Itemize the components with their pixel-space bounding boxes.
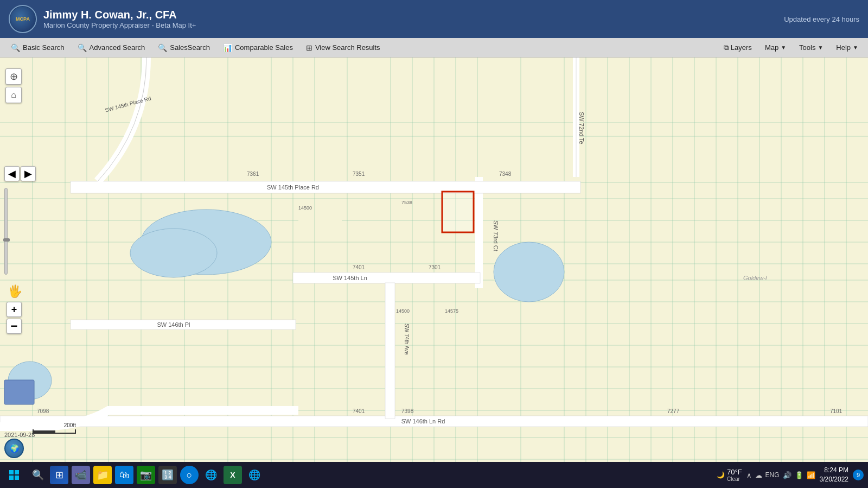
taskbar-calculator-icon[interactable]: 🔢 (158, 466, 177, 484)
battery-icon: 🔋 (795, 471, 803, 479)
toolbar-left-group: 🔍 Basic Search 🔍 Advanced Search 🔍 Sales… (4, 38, 718, 58)
help-label: Help (836, 43, 851, 52)
taskbar-widgets-icon[interactable]: ⊞ (50, 466, 68, 484)
svg-text:SW 73rd Ct: SW 73rd Ct (493, 220, 499, 251)
layers-label: Layers (731, 43, 752, 52)
taskbar-folder-icon[interactable]: 📁 (93, 466, 112, 484)
search-icon-basic: 🔍 (11, 43, 20, 52)
map-button[interactable]: Map ▼ (760, 41, 792, 54)
view-search-results-button[interactable]: ⊞ View Search Results (299, 38, 387, 58)
map-controls: ⊕ ⌂ (5, 68, 22, 103)
svg-text:SW 146th Pl: SW 146th Pl (157, 321, 190, 328)
sales-search-button[interactable]: 🔍 SalesSearch (151, 38, 216, 58)
wifi-icon: 📶 (807, 471, 815, 479)
taskbar: 🔍 ⊞ 📹 📁 🛍 📷 🔢 ○ 🌐 X 🌐 🌙 70°F Clear ∧ ☁ E… (0, 462, 868, 488)
taskbar-teams-icon[interactable]: 📹 (72, 466, 90, 484)
home-button[interactable]: ⌂ (5, 87, 22, 103)
chart-icon: 📊 (223, 43, 232, 52)
app-logo: MCPA (9, 5, 37, 33)
sales-search-label: SalesSearch (170, 43, 210, 52)
taskbar-right: 🌙 70°F Clear ∧ ☁ ENG 🔊 🔋 📶 8:24 PM 3/20/… (717, 466, 864, 484)
crosshair-button[interactable]: ⊕ (5, 68, 22, 85)
svg-text:SW 72nd Te: SW 72nd Te (578, 112, 585, 144)
prev-arrow[interactable]: ◀ (4, 166, 20, 181)
taskbar-search-button[interactable]: 🔍 (28, 465, 48, 485)
taskbar-store-icon[interactable]: 🛍 (115, 466, 133, 484)
volume-icon[interactable]: 🔊 (783, 471, 792, 479)
tools-label: Tools (799, 43, 815, 52)
view-results-label: View Search Results (315, 43, 380, 52)
svg-text:7098: 7098 (37, 408, 49, 414)
zoom-track[interactable] (4, 188, 8, 275)
map-label: Map (765, 43, 778, 52)
app-header: MCPA Jimmy H. Cowan, Jr., CFA Marion Cou… (0, 0, 868, 38)
map-container[interactable]: SW 72nd Te SW 73rd Ct SW 145th Place Rd … (0, 58, 868, 488)
weather-condition: Clear (727, 476, 742, 482)
svg-point-81 (494, 242, 564, 302)
svg-text:7351: 7351 (353, 171, 365, 177)
toolbar-right-group: ⧉ Layers Map ▼ Tools ▼ Help ▼ (718, 41, 864, 54)
svg-text:SW 145th Ln: SW 145th Ln (333, 275, 367, 281)
svg-rect-83 (4, 380, 34, 404)
svg-text:7348: 7348 (499, 171, 512, 177)
svg-text:7361: 7361 (247, 171, 259, 177)
logo-text: MCPA (16, 16, 30, 22)
svg-text:7398: 7398 (401, 408, 414, 414)
svg-point-80 (130, 229, 217, 277)
advanced-search-label: Advanced Search (90, 43, 145, 52)
advanced-search-button[interactable]: 🔍 Advanced Search (71, 38, 152, 58)
next-arrow[interactable]: ▶ (21, 166, 36, 181)
zoom-thumb[interactable] (3, 238, 10, 242)
zoom-in-button[interactable]: + (7, 302, 22, 317)
zoom-controls: + − (7, 302, 22, 334)
update-status: Updated every 24 hours (784, 15, 859, 23)
svg-text:Goldirw-l: Goldirw-l (743, 275, 767, 281)
svg-rect-57 (71, 181, 580, 193)
grid-icon: ⊞ (306, 43, 312, 52)
comparable-sales-button[interactable]: 📊 Comparable Sales (216, 38, 299, 58)
search-icon-sales: 🔍 (158, 43, 167, 52)
help-dropdown-arrow: ▼ (853, 45, 858, 50)
taskbar-time: 8:24 PM 3/20/2022 (820, 466, 848, 484)
svg-text:SW 145th Place Rd: SW 145th Place Rd (267, 184, 319, 191)
hand-cursor-indicator: 🖐 (8, 284, 22, 299)
globe-icon[interactable]: 🌍 (4, 439, 24, 458)
svg-text:7401: 7401 (353, 408, 365, 414)
svg-rect-89 (442, 192, 474, 232)
tools-dropdown-arrow: ▼ (818, 45, 823, 50)
basic-search-button[interactable]: 🔍 Basic Search (4, 38, 71, 58)
svg-text:7101: 7101 (830, 408, 843, 414)
language-indicator: ENG (765, 471, 780, 479)
scale-label: 200ft (64, 422, 76, 428)
taskbar-weather: 🌙 70°F Clear (717, 468, 742, 482)
main-toolbar: 🔍 Basic Search 🔍 Advanced Search 🔍 Sales… (0, 38, 868, 58)
svg-rect-76 (385, 283, 395, 419)
taskbar-camera-icon[interactable]: 📷 (137, 466, 155, 484)
taskbar-edge-icon[interactable]: 🌐 (202, 466, 220, 484)
time-display: 8:24 PM (820, 466, 848, 475)
app-title-subtitle: Marion County Property Appraiser - Beta … (43, 21, 196, 29)
svg-text:SW 146th Ln Rd: SW 146th Ln Rd (401, 418, 445, 424)
chevron-up-icon[interactable]: ∧ (746, 471, 752, 479)
svg-rect-62 (293, 272, 480, 283)
layers-button[interactable]: ⧉ Layers (718, 41, 757, 54)
system-tray: ∧ ☁ ENG 🔊 🔋 📶 (746, 471, 815, 479)
basic-search-label: Basic Search (23, 43, 65, 52)
search-icon-advanced: 🔍 (78, 43, 87, 52)
notification-badge[interactable]: 9 (853, 470, 864, 480)
zoom-out-button[interactable]: − (7, 319, 22, 334)
svg-text:14500: 14500 (396, 308, 410, 314)
tools-button[interactable]: Tools ▼ (794, 41, 828, 54)
taskbar-excel-icon[interactable]: X (224, 466, 242, 484)
nav-arrows: ◀ ▶ (4, 166, 36, 181)
date-stamp: 2021-09-28 (4, 432, 35, 438)
start-button[interactable] (4, 465, 24, 485)
header-text-block: Jimmy H. Cowan, Jr., CFA Marion County P… (43, 9, 196, 29)
help-button[interactable]: Help ▼ (831, 41, 864, 54)
taskbar-cortana-icon[interactable]: ○ (180, 466, 199, 484)
cloud-icon: ☁ (755, 471, 762, 479)
app-title-name: Jimmy H. Cowan, Jr., CFA (43, 9, 196, 21)
taskbar-app-icon[interactable]: 🌐 (245, 466, 264, 484)
map-svg: SW 72nd Te SW 73rd Ct SW 145th Place Rd … (0, 58, 868, 488)
layers-icon: ⧉ (724, 43, 729, 52)
